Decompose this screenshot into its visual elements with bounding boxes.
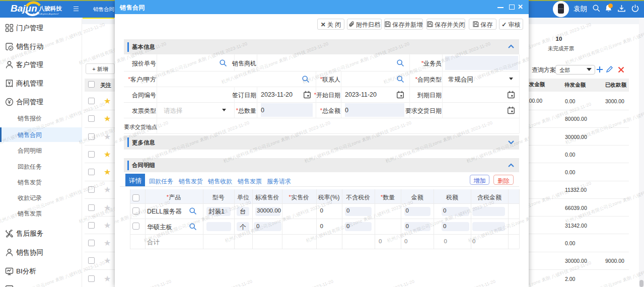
svg-text:八骏科技: 八骏科技	[38, 6, 62, 12]
svg-text:Anyone,Anytime,Anywhere!: Anyone,Anytime,Anywhere!	[32, 13, 59, 15]
